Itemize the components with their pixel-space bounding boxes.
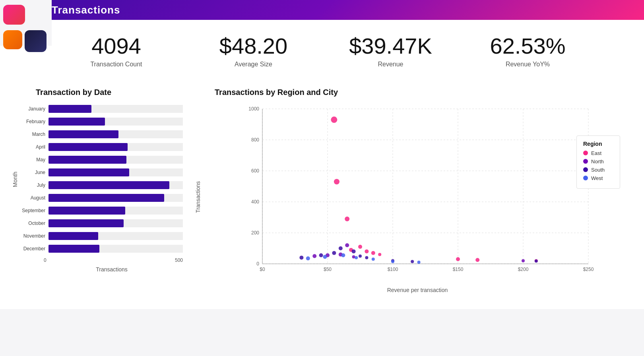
bar-y-axis-label: Month bbox=[12, 172, 18, 187]
bar-row: March bbox=[20, 129, 183, 140]
bar-month-label: May bbox=[20, 157, 48, 163]
bar-bg bbox=[48, 130, 183, 138]
scatter-point bbox=[352, 249, 356, 253]
bar-row: April bbox=[20, 141, 183, 153]
bar-row: November bbox=[20, 230, 183, 242]
legend-label: East bbox=[591, 150, 601, 156]
bar-bg bbox=[48, 194, 183, 202]
bar-bg bbox=[48, 219, 183, 227]
kpi-label-transaction-count: Transaction Count bbox=[48, 61, 185, 68]
legend-dot bbox=[583, 167, 588, 172]
svg-text:$200: $200 bbox=[518, 267, 529, 272]
bar-row: January bbox=[20, 103, 183, 114]
bar-chart-title: Transaction by Date bbox=[36, 88, 183, 97]
scatter-chart-container: Transactions by Region and City Transact… bbox=[195, 84, 632, 297]
scatter-y-axis-label: Transactions bbox=[195, 181, 201, 213]
legend-label: West bbox=[591, 175, 603, 181]
scatter-point bbox=[345, 243, 349, 247]
scatter-svg: 02004006008001000$0$50$100$150$200$250 bbox=[203, 101, 632, 284]
scatter-wrap: Transactions 02004006008001000$0$50$100$… bbox=[195, 101, 632, 293]
bar-month-label: August bbox=[20, 195, 48, 201]
scatter-point bbox=[306, 256, 310, 260]
bar-row: August bbox=[20, 192, 183, 203]
bar-month-label: April bbox=[20, 144, 48, 150]
legend-dot bbox=[583, 159, 588, 164]
scatter-point bbox=[358, 245, 362, 249]
header: Transactions bbox=[0, 0, 644, 20]
scatter-point bbox=[365, 249, 369, 253]
scatter-point bbox=[345, 216, 349, 221]
bar-row: May bbox=[20, 154, 183, 165]
bar-fill bbox=[48, 245, 99, 253]
scatter-point bbox=[365, 256, 368, 259]
bar-month-label: October bbox=[20, 221, 48, 226]
bar-row: July bbox=[20, 180, 183, 191]
bar-bg bbox=[48, 118, 183, 126]
bar-month-label: December bbox=[20, 246, 48, 252]
bar-fill bbox=[48, 194, 164, 202]
legend-item: South bbox=[583, 167, 613, 173]
bar-bg bbox=[48, 181, 183, 189]
svg-text:$150: $150 bbox=[453, 267, 464, 272]
kpi-value-average-size: $48.20 bbox=[185, 34, 322, 58]
scatter-point bbox=[312, 254, 316, 258]
legend-item: East bbox=[583, 150, 613, 156]
scatter-point bbox=[411, 260, 414, 263]
legend-label: South bbox=[591, 167, 605, 173]
kpi-transaction-count: 4094 Transaction Count bbox=[48, 34, 185, 68]
navy-icon bbox=[25, 30, 47, 52]
svg-text:$0: $0 bbox=[260, 267, 265, 272]
scatter-point bbox=[372, 257, 375, 261]
legend: Region EastNorthSouthWest bbox=[576, 135, 620, 189]
kpi-label-revenue-yoy: Revenue YoY% bbox=[459, 61, 596, 68]
bar-x-axis-ticks: 0500 bbox=[44, 257, 183, 263]
scatter-point bbox=[332, 251, 336, 255]
scatter-point bbox=[522, 259, 525, 262]
kpi-value-transaction-count: 4094 bbox=[48, 34, 185, 58]
bar-month-label: June bbox=[20, 170, 48, 175]
scatter-point bbox=[319, 253, 323, 257]
page-title: Transactions bbox=[52, 4, 120, 16]
bar-fill bbox=[48, 181, 169, 189]
svg-text:0: 0 bbox=[256, 261, 259, 267]
scatter-point bbox=[378, 253, 381, 256]
bar-fill bbox=[48, 156, 126, 164]
scatter-inner: 02004006008001000$0$50$100$150$200$250 R… bbox=[203, 101, 632, 293]
scatter-chart-title: Transactions by Region and City bbox=[215, 88, 632, 97]
scatter-point bbox=[391, 260, 394, 263]
svg-text:200: 200 bbox=[251, 230, 259, 236]
kpi-label-average-size: Average Size bbox=[185, 61, 322, 68]
scatter-point bbox=[417, 261, 421, 264]
svg-text:600: 600 bbox=[251, 168, 259, 174]
bar-row: September bbox=[20, 205, 183, 216]
bar-month-label: January bbox=[20, 106, 48, 112]
bar-chart-inner: January February March April May bbox=[20, 103, 183, 256]
kpi-revenue-yoy: 62.53% Revenue YoY% bbox=[459, 34, 596, 68]
bar-month-label: July bbox=[20, 182, 48, 188]
scatter-point bbox=[341, 253, 345, 257]
bar-bg bbox=[48, 207, 183, 215]
bar-chart-container: Transaction by Date Month January Februa… bbox=[12, 84, 183, 297]
scatter-point bbox=[456, 257, 460, 261]
scatter-point bbox=[371, 251, 375, 255]
bar-row: June bbox=[20, 167, 183, 178]
x-tick: 500 bbox=[175, 257, 183, 263]
bar-row: October bbox=[20, 218, 183, 229]
kpi-label-revenue: Revenue bbox=[322, 61, 459, 68]
bar-fill bbox=[48, 168, 129, 176]
legend-label: North bbox=[591, 159, 604, 164]
kpi-average-size: $48.20 Average Size bbox=[185, 34, 322, 68]
scatter-point bbox=[299, 255, 303, 259]
scatter-point bbox=[475, 258, 479, 262]
bar-bg bbox=[48, 156, 183, 164]
svg-text:400: 400 bbox=[251, 199, 259, 205]
scatter-point bbox=[323, 255, 327, 259]
bar-fill bbox=[48, 207, 125, 215]
bar-month-label: February bbox=[20, 119, 48, 124]
bar-bg bbox=[48, 232, 183, 240]
icon-area bbox=[0, 0, 52, 46]
kpi-value-revenue-yoy: 62.53% bbox=[459, 34, 596, 58]
bar-fill bbox=[48, 105, 91, 113]
legend-dot bbox=[583, 176, 588, 180]
bar-fill bbox=[48, 219, 124, 227]
